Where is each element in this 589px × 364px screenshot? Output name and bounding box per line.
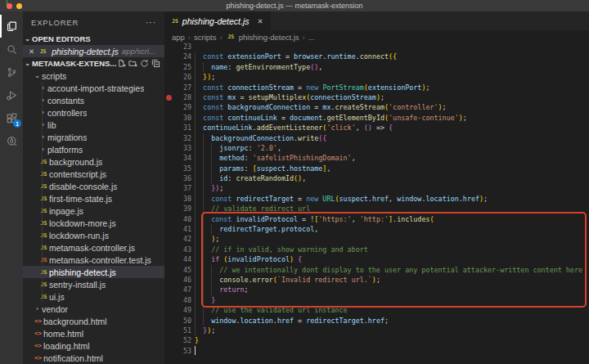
glyph-margin[interactable]: [164, 143, 174, 153]
line-number[interactable]: 47: [174, 285, 191, 294]
code-line[interactable]: 37 });: [164, 183, 589, 193]
line-number[interactable]: 53: [174, 346, 191, 356]
code-text[interactable]: const redirectTarget = new URL(suspect.h…: [191, 194, 589, 204]
code-editor[interactable]: 2324 const extensionPort = browser.runti…: [164, 42, 589, 364]
glyph-margin[interactable]: [164, 153, 174, 163]
activity-source-control-icon[interactable]: [0, 61, 23, 83]
tree-item-account-import-strategies[interactable]: ›account-import-strategies: [23, 82, 164, 94]
code-line[interactable]: 34 method: 'safelistPhishingDomain',: [164, 153, 589, 163]
new-file-icon[interactable]: [117, 59, 126, 68]
code-line[interactable]: 38 const redirectTarget = new URL(suspec…: [164, 194, 589, 204]
close-editor-icon[interactable]: ✕: [29, 47, 34, 56]
tree-item-scripts[interactable]: ⌄scripts: [23, 70, 164, 82]
code-text[interactable]: if (invalidProtocol) {: [191, 254, 589, 264]
tree-item-metamask-controller.test.js[interactable]: JSmetamask-controller.test.js: [23, 254, 164, 266]
activity-extensions-icon[interactable]: 1: [0, 106, 23, 129]
line-number[interactable]: 48: [174, 295, 191, 305]
code-text[interactable]: // we intentionally dont display to the …: [191, 265, 589, 275]
line-number[interactable]: 45: [174, 265, 191, 275]
code-line[interactable]: 24 const extensionPort = browser.runtime…: [164, 52, 589, 61]
line-number[interactable]: 52: [174, 335, 191, 345]
glyph-margin[interactable]: [164, 265, 174, 275]
code-text[interactable]: const continueLink = document.getElement…: [191, 113, 589, 123]
line-number[interactable]: 31: [174, 123, 191, 133]
code-text[interactable]: return;: [191, 285, 589, 294]
code-text[interactable]: window.location.href = redirectTarget.hr…: [191, 316, 589, 326]
code-line[interactable]: 36 id: createRandomId(),: [164, 173, 589, 183]
code-text[interactable]: redirectTarget.protocol,: [191, 224, 589, 234]
line-number[interactable]: 29: [174, 102, 191, 112]
line-number[interactable]: 30: [174, 113, 191, 123]
glyph-margin[interactable]: [164, 204, 174, 213]
line-number[interactable]: 41: [174, 224, 191, 234]
glyph-margin[interactable]: [164, 316, 174, 326]
tree-item-background.html[interactable]: <>background.html: [23, 315, 164, 327]
code-line[interactable]: 25 name: getEnvironmentType(),: [164, 62, 589, 72]
glyph-margin[interactable]: [164, 275, 174, 285]
code-text[interactable]: // use the validated url instance: [191, 305, 589, 315]
code-text[interactable]: continueLink.addEventListener('click', (…: [191, 123, 589, 133]
tree-item-contentscript.js[interactable]: JScontentscript.js: [23, 168, 164, 180]
code-text[interactable]: id: createRandomId(),: [191, 173, 589, 183]
code-line[interactable]: 43 // if in valid, show warning and abor…: [164, 245, 589, 254]
line-number[interactable]: 24: [174, 52, 191, 61]
code-line[interactable]: 26 });: [164, 72, 589, 82]
tree-item-metamask-controller.js[interactable]: JSmetamask-controller.js: [23, 241, 164, 254]
code-line[interactable]: 47 return;: [164, 285, 589, 294]
tree-item-inpage.js[interactable]: JSinpage.js: [23, 204, 164, 217]
code-text[interactable]: const backgroundConnection = mx.createSt…: [191, 102, 589, 112]
code-line[interactable]: 46 console.error(`Invalid redirect url.`…: [164, 275, 589, 285]
code-text[interactable]: const extensionPort = browser.runtime.co…: [191, 52, 589, 61]
tree-item-home.html[interactable]: <>home.html: [23, 327, 164, 339]
code-text[interactable]: }: [191, 295, 589, 305]
code-text[interactable]: });: [191, 72, 589, 82]
line-number[interactable]: 46: [174, 275, 191, 285]
line-number[interactable]: 26: [174, 72, 191, 82]
breadcrumb-app[interactable]: app: [172, 33, 185, 42]
code-text[interactable]: [191, 346, 589, 356]
glyph-margin[interactable]: [164, 254, 174, 264]
line-number[interactable]: 51: [174, 326, 191, 335]
code-line[interactable]: 31 continueLink.addEventListener('click'…: [164, 123, 589, 133]
activity-run-debug-icon[interactable]: [0, 83, 23, 106]
glyph-margin[interactable]: [164, 173, 174, 183]
code-text[interactable]: name: getEnvironmentType(),: [191, 62, 589, 72]
glyph-margin[interactable]: [164, 102, 174, 112]
line-number[interactable]: 28: [174, 92, 191, 102]
code-text[interactable]: console.error(`Invalid redirect url.`);: [191, 275, 589, 285]
code-line[interactable]: 45 // we intentionally dont display to t…: [164, 265, 589, 275]
activity-circle-extension-icon[interactable]: [0, 129, 23, 152]
close-tab-icon[interactable]: ✕: [258, 17, 263, 25]
line-number[interactable]: 50: [174, 316, 191, 326]
tree-item-lockdown-run.js[interactable]: JSlockdown-run.js: [23, 229, 164, 241]
glyph-margin[interactable]: [164, 133, 174, 143]
code-line[interactable]: 32 backgroundConnection.write({: [164, 133, 589, 143]
code-text[interactable]: // validate redirect url: [191, 204, 589, 213]
code-text[interactable]: );: [191, 234, 589, 244]
glyph-margin[interactable]: [164, 83, 174, 92]
code-text[interactable]: jsonrpc: '2.0',: [191, 143, 589, 153]
glyph-margin[interactable]: [164, 295, 174, 305]
glyph-margin[interactable]: [164, 305, 174, 315]
code-text[interactable]: backgroundConnection.write({: [191, 133, 589, 143]
breadcrumb-scripts[interactable]: scripts: [194, 33, 216, 42]
tree-item-background.js[interactable]: JSbackground.js: [23, 155, 164, 168]
code-text[interactable]: params: [suspect.hostname],: [191, 164, 589, 173]
tree-item-constants[interactable]: ›constants: [23, 94, 164, 106]
tree-item-lockdown-more.js[interactable]: JSlockdown-more.js: [23, 217, 164, 229]
code-text[interactable]: method: 'safelistPhishingDomain',: [191, 153, 589, 163]
line-number[interactable]: 42: [174, 234, 191, 244]
glyph-margin[interactable]: [164, 72, 174, 82]
glyph-margin[interactable]: [164, 326, 174, 335]
code-text[interactable]: }: [191, 335, 589, 345]
refresh-icon[interactable]: [140, 59, 149, 68]
code-line[interactable]: 41 redirectTarget.protocol,: [164, 224, 589, 234]
line-number[interactable]: 35: [174, 164, 191, 173]
code-line[interactable]: 48 }: [164, 295, 589, 305]
workspace-section-header[interactable]: ⌄ METAMASK-EXTENS...: [23, 57, 164, 70]
code-line[interactable]: 27 const connectionStream = new PortStre…: [164, 83, 589, 92]
glyph-margin[interactable]: [164, 164, 174, 173]
code-line[interactable]: 44 if (invalidProtocol) {: [164, 254, 589, 264]
line-number[interactable]: 25: [174, 62, 191, 72]
line-number[interactable]: 39: [174, 204, 191, 213]
